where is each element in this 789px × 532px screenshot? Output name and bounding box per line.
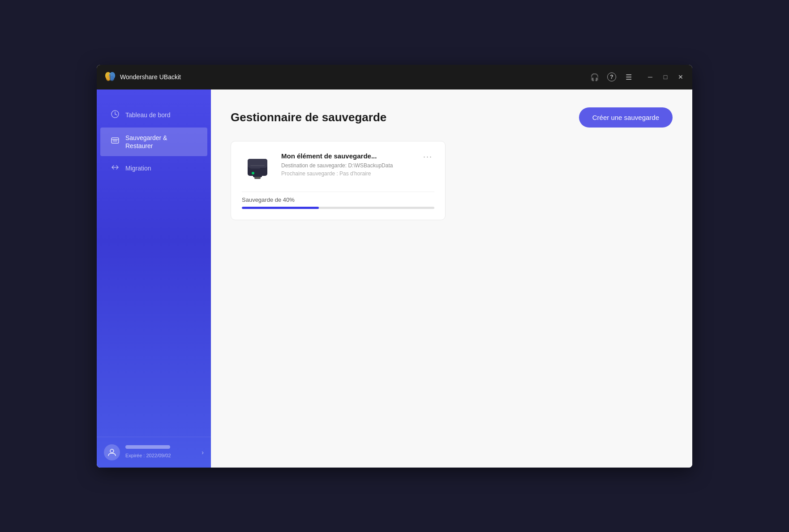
app-body: Tableau de bord Sauvegarder &Restaurer bbox=[97, 89, 692, 468]
drive-icon-wrapper bbox=[242, 152, 273, 183]
title-bar-right: 🎧 ? ☰ ─ □ ✕ bbox=[590, 72, 685, 81]
user-avatar bbox=[104, 444, 120, 460]
app-window: Wondershare UBackit 🎧 ? ☰ ─ □ ✕ bbox=[97, 65, 692, 468]
backup-progress-section: Sauvegarde de 40% bbox=[242, 192, 434, 209]
menu-icon[interactable]: ☰ bbox=[624, 72, 633, 81]
minimize-button[interactable]: ─ bbox=[646, 72, 655, 81]
sidebar-item-label-dashboard: Tableau de bord bbox=[125, 111, 170, 119]
sidebar-item-dashboard[interactable]: Tableau de bord bbox=[100, 104, 207, 127]
sidebar-item-backup-restore[interactable]: Sauvegarder &Restaurer bbox=[100, 128, 207, 156]
svg-point-14 bbox=[252, 172, 254, 174]
user-section-arrow: › bbox=[202, 449, 204, 456]
sidebar: Tableau de bord Sauvegarder &Restaurer bbox=[97, 89, 211, 468]
title-bar-left: Wondershare UBackit bbox=[104, 71, 181, 83]
dashboard-icon bbox=[111, 110, 119, 120]
progress-bar-fill bbox=[242, 207, 319, 209]
page-title: Gestionnaire de sauvegarde bbox=[231, 111, 386, 124]
migration-icon bbox=[111, 163, 119, 174]
sidebar-item-label-migration: Migration bbox=[125, 164, 151, 172]
progress-label: Sauvegarde de 40% bbox=[242, 196, 434, 203]
backup-destination: Destination de sauvegarde: D:\WSBackupDa… bbox=[281, 162, 413, 169]
svg-rect-11 bbox=[248, 159, 267, 168]
sidebar-nav: Tableau de bord Sauvegarder &Restaurer bbox=[97, 89, 211, 437]
svg-rect-13 bbox=[254, 177, 261, 179]
svg-rect-15 bbox=[250, 165, 265, 166]
close-button[interactable]: ✕ bbox=[676, 72, 685, 81]
help-icon[interactable]: ? bbox=[607, 72, 616, 81]
backup-info: Mon élément de sauvegarde... Destination… bbox=[281, 152, 413, 177]
app-logo-icon bbox=[104, 71, 116, 83]
progress-bar-track bbox=[242, 207, 434, 209]
sidebar-item-migration[interactable]: Migration bbox=[100, 157, 207, 180]
backup-restore-icon bbox=[111, 136, 119, 147]
backup-schedule: Prochaine sauvegarde : Pas d'horaire bbox=[281, 170, 413, 177]
svg-rect-16 bbox=[250, 168, 260, 169]
headset-icon[interactable]: 🎧 bbox=[590, 72, 599, 81]
main-content: Gestionnaire de sauvegarde Créer une sau… bbox=[211, 89, 692, 468]
sidebar-user-section[interactable]: Expirée : 2022/09/02 › bbox=[97, 437, 211, 468]
app-title: Wondershare UBackit bbox=[120, 73, 181, 81]
title-bar: Wondershare UBackit 🎧 ? ☰ ─ □ ✕ bbox=[97, 65, 692, 89]
backup-more-menu-button[interactable]: ··· bbox=[421, 152, 434, 162]
main-header: Gestionnaire de sauvegarde Créer une sau… bbox=[231, 107, 673, 128]
backup-name: Mon élément de sauvegarde... bbox=[281, 152, 413, 160]
user-info: Expirée : 2022/09/02 bbox=[125, 445, 196, 459]
sidebar-item-label-backup: Sauvegarder &Restaurer bbox=[125, 134, 167, 150]
user-name-bar bbox=[125, 445, 170, 449]
user-expiry: Expirée : 2022/09/02 bbox=[125, 453, 171, 458]
external-drive-icon bbox=[244, 154, 271, 181]
window-controls: ─ □ ✕ bbox=[646, 72, 685, 81]
svg-point-9 bbox=[110, 449, 114, 453]
backup-card: Mon élément de sauvegarde... Destination… bbox=[231, 141, 446, 220]
maximize-button[interactable]: □ bbox=[661, 72, 670, 81]
create-backup-button[interactable]: Créer une sauvegarde bbox=[579, 107, 673, 128]
backup-card-header: Mon élément de sauvegarde... Destination… bbox=[242, 152, 434, 183]
